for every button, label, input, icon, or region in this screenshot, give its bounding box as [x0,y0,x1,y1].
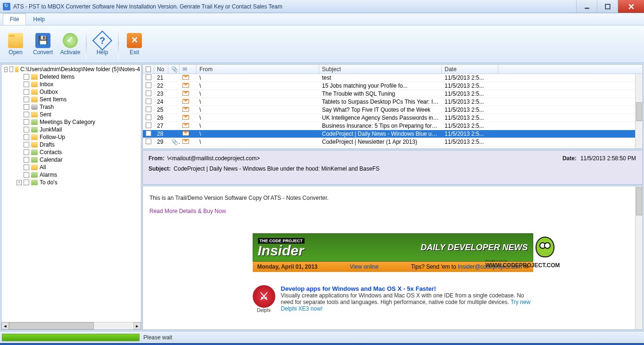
message-row[interactable]: 29📎\CodeProject | Newsletter (1 Apr 2013… [143,138,643,146]
preview-vertical-scrollbar[interactable] [635,186,643,329]
message-row[interactable]: 25\Say What? Top Five IT Quotes of the W… [143,106,643,114]
tree-item[interactable]: Sent [3,111,140,118]
help-button[interactable]: ?Help [90,27,115,61]
column-date[interactable]: Date [442,65,498,74]
column-envelope[interactable]: ✉ [180,65,197,74]
tree-item[interactable]: +To do's [3,179,140,186]
collapse-icon[interactable]: − [4,67,8,72]
tree-item[interactable]: Trash [3,103,140,111]
tree-item[interactable]: JunkMail [3,126,140,133]
ad-headline[interactable]: Develop apps for Windows and Mac OS X - … [281,285,533,292]
row-subject: Business Insurance: 5 Tips on Preparing … [319,123,442,129]
buy-now-link[interactable]: Read More Details & Buy Now [149,208,226,214]
message-list-vertical-scrollbar[interactable] [635,74,643,148]
message-row[interactable]: 28\CodeProject | Daily News - Windows Bl… [143,130,643,138]
tree-item[interactable]: Meetings By Category [3,118,140,126]
svg-rect-1 [605,4,610,9]
tree-checkbox[interactable] [24,104,29,110]
row-checkbox[interactable] [146,139,151,144]
row-checkbox[interactable] [146,107,151,112]
tree-item[interactable]: Deleted Items [3,73,140,81]
maximize-button[interactable] [597,0,618,13]
close-button[interactable] [618,0,644,13]
ad-body: Visually create applications for Windows… [281,292,524,305]
status-text: Please wait [143,334,172,341]
message-row[interactable]: 21\test11/5/2013 2:5... [143,74,643,82]
minimize-button[interactable] [576,0,597,13]
scroll-left-arrow-icon[interactable]: ◄ [1,322,9,329]
message-row[interactable]: 24\Tablets to Surpass Desktop PCs This Y… [143,98,643,106]
column-from[interactable]: From [197,65,319,74]
scrollbar-thumb[interactable] [636,102,642,121]
message-row[interactable]: 23\The Trouble with SQL Tuning11/5/2013 … [143,90,643,98]
status-bar: Please wait [0,331,644,343]
tree-checkbox[interactable] [24,172,29,178]
tree-checkbox[interactable] [24,74,29,80]
row-checkbox[interactable] [146,115,151,120]
row-number: 25 [154,107,168,113]
tree-item[interactable]: All [3,164,140,171]
tree-checkbox[interactable] [24,97,29,102]
expand-icon[interactable]: + [17,180,22,185]
check-circle-icon [63,33,78,48]
menu-help[interactable]: Help [26,13,52,25]
tree-item[interactable]: Alarms [3,171,140,179]
view-online-link[interactable]: View online [350,263,379,270]
envelope-icon [182,123,189,128]
column-checkbox[interactable] [143,65,154,74]
banner-date: Monday, April 01, 2013 [257,263,318,270]
row-checkbox[interactable] [146,123,151,128]
tree-item[interactable]: Calendar [3,156,140,164]
paperclip-icon: 📎 [171,66,178,73]
scrollbar-thumb[interactable] [636,187,642,215]
activate-button[interactable]: Activate [58,27,83,61]
sidebar-horizontal-scrollbar[interactable]: ◄ ► [1,322,141,329]
tree-checkbox[interactable] [24,157,29,163]
tree-item[interactable]: Sent Items [3,96,140,103]
row-checkbox[interactable] [146,131,151,136]
tree-checkbox[interactable] [24,149,29,155]
menu-bar: File Help [0,13,644,25]
exit-button[interactable]: Exit [122,27,147,61]
tree-item[interactable]: Inbox [3,81,140,88]
row-envelope [180,74,197,81]
open-button[interactable]: Open [3,27,28,61]
row-checkbox[interactable] [146,99,151,104]
tree-checkbox[interactable] [24,180,29,185]
column-subject[interactable]: Subject [319,65,442,74]
tree-item-label: Inbox [40,81,53,88]
convert-button[interactable]: Convert [30,27,56,61]
tree-item-label: Outbox [40,89,58,95]
tree-item[interactable]: Follow-Up [3,133,140,141]
tree-checkbox[interactable] [24,142,29,148]
scroll-right-arrow-icon[interactable]: ► [133,322,141,329]
row-checkbox[interactable] [146,90,151,96]
row-checkbox[interactable] [146,74,151,80]
row-checkbox[interactable] [146,82,151,88]
tree-item[interactable]: Drafts [3,141,140,148]
tree-checkbox[interactable] [24,134,29,140]
tree-checkbox[interactable] [24,164,29,170]
scrollbar-thumb[interactable] [9,322,94,329]
row-envelope [180,107,197,113]
folder-icon [31,164,38,170]
message-row[interactable]: 26\UK Intelligence Agency Sends Password… [143,114,643,122]
tree-checkbox[interactable] [24,127,29,132]
tree-checkbox[interactable] [24,82,29,87]
tree-checkbox[interactable] [9,66,13,72]
column-number[interactable]: No [154,65,168,74]
row-envelope [180,82,197,89]
tree-checkbox[interactable] [24,119,29,125]
tree-item[interactable]: Outbox [3,88,140,96]
message-row[interactable]: 27\Business Insurance: 5 Tips on Prepari… [143,122,643,130]
tree-checkbox[interactable] [24,89,29,95]
tree-item[interactable]: Contacts [3,148,140,156]
message-row[interactable]: 22\ 15 Jobs matching your Profile fo...1… [143,82,643,90]
newsletter-banner: THE CODE PROJECT Insider DAILY DEVELOPER… [253,233,533,272]
folder-icon [31,82,38,87]
row-envelope [180,99,197,105]
tree-root[interactable]: −C:\Users\admin\Desktop\New folder (5)\N… [3,66,140,73]
menu-file[interactable]: File [3,13,26,25]
column-attachment[interactable]: 📎 [168,65,180,74]
tree-checkbox[interactable] [24,112,29,117]
